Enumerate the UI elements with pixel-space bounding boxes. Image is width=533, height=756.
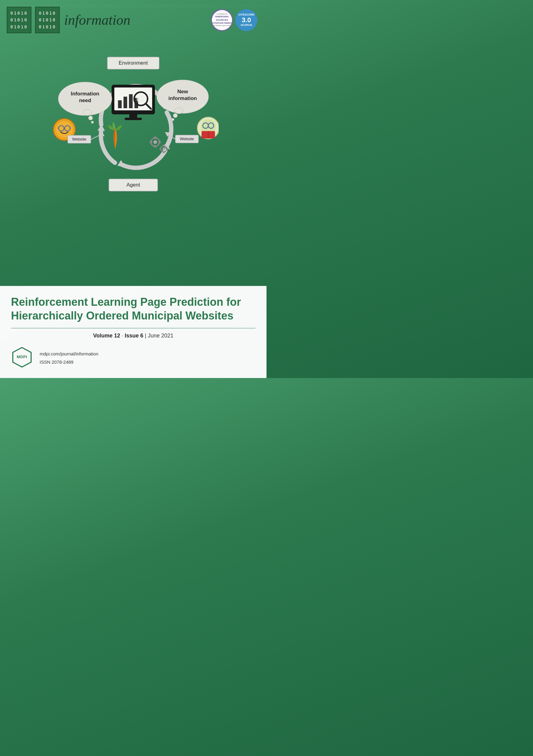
svg-rect-18 xyxy=(154,137,156,139)
carrot-icon xyxy=(108,122,122,149)
svg-rect-26 xyxy=(159,148,161,150)
svg-point-17 xyxy=(154,140,157,144)
article-title: Reinforcement Learning Page Prediction f… xyxy=(11,295,256,323)
esci-provider: CLARIVATE ANALYTICS xyxy=(213,25,231,27)
thought-bubble-right: New information xyxy=(157,80,209,121)
svg-text:New: New xyxy=(178,89,188,94)
date-separator: | xyxy=(145,333,148,339)
issue-text: Issue 6 xyxy=(125,333,143,339)
esci-line2: SOURCES xyxy=(216,18,228,22)
svg-point-29 xyxy=(83,109,92,116)
divider-line xyxy=(11,328,256,328)
svg-rect-21 xyxy=(158,141,161,143)
mdpi-logo: MDPI xyxy=(11,346,33,369)
journal-title: information xyxy=(64,12,130,28)
svg-rect-20 xyxy=(150,141,152,143)
issn-text: ISSN 2078-2489 xyxy=(40,358,98,366)
esci-line3: CITATION INDEX xyxy=(212,22,232,25)
svg-point-31 xyxy=(91,121,94,123)
volume-info: Volume 12 · Issue 6 | June 2021 xyxy=(11,333,256,339)
svg-point-30 xyxy=(88,116,93,120)
svg-point-23 xyxy=(162,148,165,150)
svg-rect-24 xyxy=(163,145,165,146)
svg-rect-14 xyxy=(129,114,137,118)
thought-bubble-left: Information need xyxy=(58,82,112,123)
diagram-svg: Environment Agent xyxy=(48,45,219,204)
citescore-number: 3.0 xyxy=(242,17,251,23)
website-label-left: Website xyxy=(72,137,87,142)
binary-grid-logo: 01010 01010 01010 xyxy=(7,7,31,33)
diagram-container: Environment Agent xyxy=(48,45,219,204)
svg-point-12 xyxy=(137,94,145,103)
logo-area: 01010 01010 01010 01010 01010 01010 info… xyxy=(7,7,130,33)
svg-rect-19 xyxy=(154,145,156,148)
computer-icon xyxy=(112,85,154,120)
binary-grid-logo2: 01010 01010 01010 xyxy=(35,7,60,33)
diagram-section: Environment Agent xyxy=(0,36,266,213)
citescore-db: SCOPUS xyxy=(240,23,252,27)
esci-line1: EMERGING xyxy=(215,15,229,18)
svg-point-36 xyxy=(173,113,178,118)
svg-text:Information: Information xyxy=(71,91,99,96)
dot-separator: · xyxy=(122,333,125,339)
page-header: 01010 01010 01010 01010 01010 01010 info… xyxy=(0,0,266,36)
svg-rect-7 xyxy=(118,100,122,108)
bottom-section: Reinforcement Learning Page Prediction f… xyxy=(0,286,266,378)
mdpi-logo-svg: MDPI xyxy=(11,346,33,368)
svg-text:information: information xyxy=(168,95,197,101)
esci-badge: COVERED BY EMERGING SOURCES CITATION IND… xyxy=(211,9,233,31)
footer-area: MDPI mdpi.com/journal/information ISSN 2… xyxy=(11,346,256,369)
journal-url: mdpi.com/journal/information xyxy=(40,350,98,358)
citescore-badge: CITESCORE 3.0 SCOPUS xyxy=(236,9,257,31)
esci-covered-label: COVERED BY xyxy=(216,13,228,15)
svg-rect-9 xyxy=(129,94,133,108)
badges-area: COVERED BY EMERGING SOURCES CITATION IND… xyxy=(211,9,257,31)
agent-label: Agent xyxy=(126,182,140,188)
svg-text:need: need xyxy=(79,97,91,103)
svg-rect-15 xyxy=(125,118,142,120)
website-label-right: Website xyxy=(180,137,194,141)
date-text: June 2021 xyxy=(148,333,174,339)
avatar-right xyxy=(197,117,219,139)
environment-label: Environment xyxy=(119,60,148,66)
svg-rect-27 xyxy=(166,148,168,150)
svg-rect-25 xyxy=(163,151,165,153)
svg-rect-8 xyxy=(124,96,127,108)
svg-point-35 xyxy=(175,108,183,114)
svg-point-37 xyxy=(172,118,174,121)
footer-text-container: mdpi.com/journal/information ISSN 2078-2… xyxy=(40,350,98,366)
svg-text:MDPI: MDPI xyxy=(17,355,27,359)
volume-text: Volume 12 xyxy=(93,333,120,339)
